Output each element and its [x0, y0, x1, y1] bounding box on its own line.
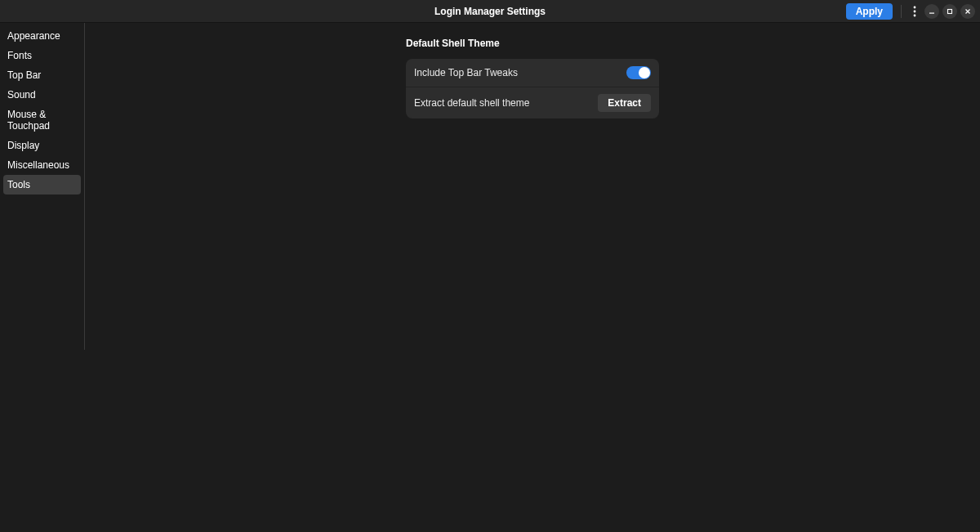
row-label: Include Top Bar Tweaks — [414, 67, 518, 78]
svg-point-0 — [914, 6, 916, 8]
sidebar-item-top-bar[interactable]: Top Bar — [0, 65, 84, 85]
apply-button[interactable]: Apply — [846, 3, 893, 20]
minimize-icon — [929, 8, 935, 15]
header-controls: Apply — [846, 3, 975, 20]
svg-point-1 — [914, 10, 916, 12]
maximize-button[interactable] — [942, 4, 957, 19]
body: AppearanceFontsTop BarSoundMouse & Touch… — [0, 23, 980, 350]
row-include-top-bar-tweaks: Include Top Bar Tweaks — [406, 59, 659, 87]
settings-group: Include Top Bar Tweaks Extract default s… — [406, 59, 659, 118]
svg-rect-4 — [948, 9, 952, 13]
sidebar-item-sound[interactable]: Sound — [0, 85, 84, 105]
sidebar-item-mouse-touchpad[interactable]: Mouse & Touchpad — [0, 105, 84, 136]
sidebar-item-tools[interactable]: Tools — [3, 175, 81, 194]
extract-button[interactable]: Extract — [598, 94, 651, 112]
kebab-icon — [913, 6, 916, 17]
window-header: Login Manager Settings Apply — [0, 0, 980, 23]
toggle-knob — [639, 67, 650, 78]
menu-button[interactable] — [908, 3, 921, 20]
content-area: Default Shell Theme Include Top Bar Twea… — [85, 23, 980, 350]
row-extract-theme: Extract default shell theme Extract — [406, 87, 659, 118]
toggle-include-top-bar-tweaks[interactable] — [626, 66, 651, 79]
sidebar-item-fonts[interactable]: Fonts — [0, 46, 84, 65]
maximize-icon — [947, 8, 953, 15]
window-title: Login Manager Settings — [434, 6, 546, 17]
minimize-button[interactable] — [924, 4, 939, 19]
sidebar-item-appearance[interactable]: Appearance — [0, 26, 84, 46]
sidebar-item-display[interactable]: Display — [0, 136, 84, 155]
close-button[interactable] — [960, 4, 975, 19]
sidebar-item-miscellaneous[interactable]: Miscellaneous — [0, 155, 84, 175]
separator — [901, 5, 902, 18]
close-icon — [964, 8, 971, 15]
sidebar: AppearanceFontsTop BarSoundMouse & Touch… — [0, 23, 85, 350]
row-label: Extract default shell theme — [414, 97, 529, 109]
svg-rect-3 — [929, 12, 934, 13]
section-title: Default Shell Theme — [406, 38, 659, 49]
svg-point-2 — [914, 14, 916, 16]
